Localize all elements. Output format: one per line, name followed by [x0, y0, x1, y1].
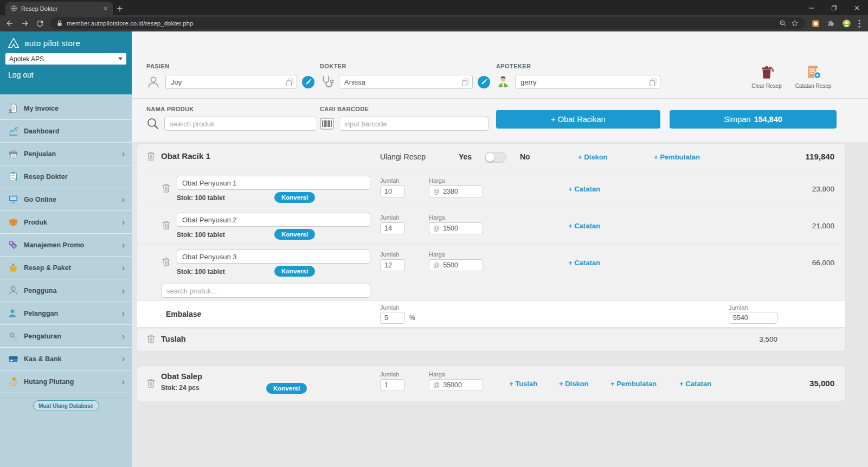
component-qty-input[interactable]	[380, 259, 405, 271]
sidebar-item-penjualan[interactable]: Penjualan ›	[0, 143, 132, 165]
lock-icon	[57, 20, 62, 27]
sidebar-item-dashboard[interactable]: Dashboard	[0, 120, 132, 143]
edit-pasien-button[interactable]	[302, 76, 314, 88]
sidebar-item-pengguna[interactable]: Pengguna ›	[0, 279, 132, 302]
paste-icon[interactable]	[648, 78, 658, 87]
stethoscope-icon	[320, 75, 334, 89]
edit-dokter-button[interactable]	[478, 76, 490, 88]
embalase-percent-input[interactable]	[380, 312, 405, 324]
sidebar-item-manajemen-promo[interactable]: Manajemen Promo ›	[0, 234, 132, 257]
embalase-row: Embalase Jumlah % Jumlah	[137, 301, 845, 327]
add-catatan-link[interactable]: + Catatan	[568, 259, 600, 267]
sidebar-item-resep-paket[interactable]: Resep & Paket ›	[0, 257, 132, 279]
chevron-right-icon: ›	[122, 195, 125, 204]
add-catatan-link[interactable]: + Catatan	[568, 185, 600, 193]
sidebar-item-go-online[interactable]: Go Online ›	[0, 188, 132, 211]
component-qty-input[interactable]	[380, 222, 405, 234]
delete-component-icon[interactable]	[162, 220, 170, 230]
sidebar-item-pengaturan[interactable]: Pengaturan ›	[0, 325, 132, 348]
add-diskon-link[interactable]: + Diskon	[559, 380, 589, 388]
sidebar-item-kas-bank[interactable]: Kas & Bank ›	[0, 348, 132, 370]
reload-database-button[interactable]: Muat Ulang Database	[33, 400, 99, 411]
delete-racik-icon[interactable]	[147, 151, 155, 161]
tab-close-icon[interactable]	[103, 6, 108, 11]
ulangi-resep-toggle[interactable]	[485, 152, 506, 163]
sidebar-item-produk[interactable]: Produk ›	[0, 211, 132, 234]
product-search-input[interactable]	[164, 117, 317, 131]
add-catatan-link[interactable]: + Catatan	[679, 380, 711, 388]
konversi-button[interactable]: Konversi	[274, 192, 315, 203]
bookmark-star-icon[interactable]	[791, 20, 799, 27]
sidebar-item-resep-dokter[interactable]: Resep Dokter	[0, 165, 132, 188]
obat-racikan-button[interactable]: + Obat Racikan	[496, 110, 660, 129]
window-minimize-button[interactable]	[800, 0, 822, 15]
embalase-total-input[interactable]	[729, 312, 777, 324]
at-sign: @	[433, 225, 440, 232]
sidebar-header: auto pilot store Apotek APS Log out	[0, 31, 132, 94]
window-restore-button[interactable]	[822, 0, 845, 15]
url-bar[interactable]: member.autopilotstore.co.id/resep_dokter…	[50, 17, 805, 29]
harga-label: Harga	[429, 371, 445, 378]
forward-button[interactable]	[21, 19, 29, 28]
component-price-input[interactable]	[443, 261, 479, 269]
extension-orange-icon[interactable]	[812, 20, 820, 28]
barcode-input[interactable]	[339, 117, 488, 131]
paste-icon[interactable]	[285, 78, 294, 87]
component-price-input[interactable]	[443, 225, 479, 232]
delete-component-icon[interactable]	[162, 257, 170, 267]
sidebar-item-hutang-piutang[interactable]: Hutang Piutang ›	[0, 370, 132, 393]
konversi-button[interactable]: Konversi	[266, 383, 307, 394]
add-pembulatan-link[interactable]: + Pembulatan	[610, 380, 657, 388]
delete-tuslah-icon[interactable]	[147, 334, 155, 344]
salep-price-input[interactable]	[443, 381, 479, 389]
component-name-input[interactable]	[177, 213, 370, 227]
store-select[interactable]: Apotek APS	[5, 53, 126, 65]
component-price-input[interactable]	[443, 188, 479, 195]
extensions-puzzle-icon[interactable]	[827, 20, 835, 28]
zoom-icon[interactable]	[779, 20, 787, 27]
logout-link[interactable]: Log out	[0, 65, 132, 85]
catatan-resep-button[interactable]: Catatan Resep	[789, 64, 838, 89]
component-amount: 23,800	[812, 185, 834, 193]
add-catatan-link[interactable]: + Catatan	[568, 222, 600, 230]
sidebar-item-my-invoice[interactable]: My Invoice	[0, 97, 132, 120]
profile-avatar[interactable]	[842, 19, 851, 28]
chevron-right-icon: ›	[122, 286, 125, 295]
delete-component-icon[interactable]	[162, 183, 170, 193]
dokter-label: DOKTER	[320, 63, 490, 69]
basket-icon	[8, 263, 18, 273]
monitor-icon	[8, 194, 18, 204]
salep-qty-input[interactable]	[380, 379, 405, 391]
add-component-search-input[interactable]	[161, 284, 370, 298]
refresh-button[interactable]	[36, 20, 44, 28]
paste-icon[interactable]	[461, 78, 470, 87]
clear-resep-button[interactable]: Clear Resep	[742, 64, 791, 89]
back-button[interactable]	[5, 19, 14, 28]
new-tab-button[interactable]	[113, 2, 127, 15]
obat-racikan-label: + Obat Racikan	[551, 115, 605, 124]
browser-toolbar: member.autopilotstore.co.id/resep_dokter…	[0, 15, 868, 31]
catatan-resep-label: Catatan Resep	[795, 83, 832, 89]
add-diskon-link[interactable]: + Diskon	[578, 153, 608, 161]
konversi-button[interactable]: Konversi	[274, 229, 315, 240]
window-close-button[interactable]	[845, 0, 868, 15]
pharmacist-icon	[496, 75, 510, 89]
component-name-input[interactable]	[177, 250, 370, 264]
gear-icon	[8, 331, 18, 341]
component-name-input[interactable]	[177, 176, 370, 190]
racik-header-row: Obat Racik 1 Ulangi Resep Yes No + Disko…	[137, 144, 845, 170]
component-qty-input[interactable]	[380, 185, 405, 197]
sidebar-item-pelanggan[interactable]: Pelanggan ›	[0, 302, 132, 325]
pasien-input[interactable]	[166, 78, 297, 86]
delete-salep-icon[interactable]	[147, 379, 155, 388]
salep-row: Obat Salep Stok: 24 pcs Konversi Jumlah …	[137, 366, 845, 401]
simpan-button[interactable]: Simpan 154,840	[670, 110, 837, 129]
menu-kebab-icon[interactable]	[858, 20, 860, 28]
dokter-input[interactable]	[339, 78, 472, 86]
at-sign: @	[433, 188, 440, 195]
konversi-button[interactable]: Konversi	[274, 266, 315, 277]
add-pembulatan-link[interactable]: + Pembulatan	[654, 153, 700, 161]
browser-tab[interactable]: Resep Dokter	[5, 2, 113, 15]
apoteker-input[interactable]	[516, 78, 660, 86]
add-tuslah-link[interactable]: + Tuslah	[509, 380, 537, 388]
